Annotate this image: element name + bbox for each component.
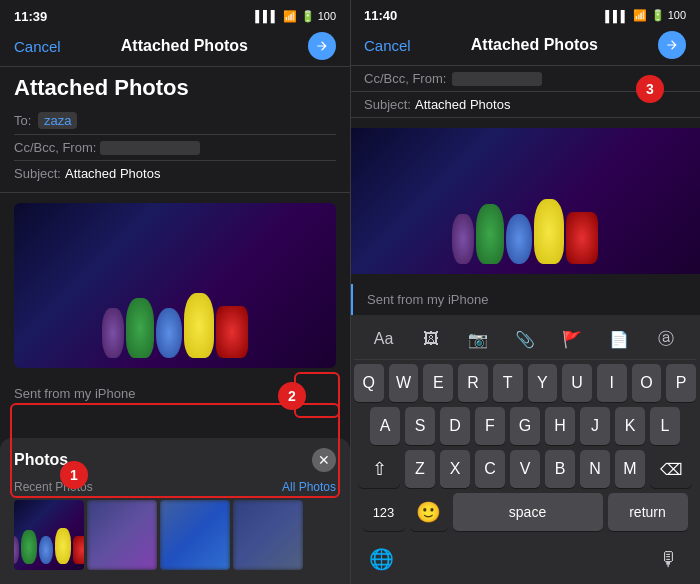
key-s[interactable]: S xyxy=(405,407,435,445)
key-x[interactable]: X xyxy=(440,450,470,488)
wifi-icon-right: 📶 xyxy=(633,9,647,22)
key-i[interactable]: I xyxy=(597,364,627,402)
key-h[interactable]: H xyxy=(545,407,575,445)
key-emoji[interactable]: 🙂 xyxy=(410,493,448,531)
annotation-badge-3: 3 xyxy=(636,75,664,103)
sent-from-right: Sent from my iPhone xyxy=(350,284,700,315)
key-z[interactable]: Z xyxy=(405,450,435,488)
kb-tool-doc[interactable]: 📄 xyxy=(605,325,633,353)
nav-title-right: Attached Photos xyxy=(471,36,598,54)
char-blue-r xyxy=(506,214,532,264)
status-bar-left: 11:39 ▌▌▌ 📶 🔋 100 xyxy=(0,0,350,28)
char-s-blue xyxy=(39,536,53,564)
kb-tool-img[interactable]: 🖼 xyxy=(417,325,445,353)
key-e[interactable]: E xyxy=(423,364,453,402)
key-w[interactable]: W xyxy=(389,364,419,402)
char-s-red xyxy=(73,536,84,564)
send-button-right[interactable] xyxy=(658,31,686,59)
char-yellow-r xyxy=(534,199,564,264)
battery-left: 🔋 100 xyxy=(301,10,336,23)
keyboard-row-1: Q W E R T Y U I O P xyxy=(354,364,696,402)
photo-picker-close-button[interactable]: ✕ xyxy=(312,448,336,472)
photo-picker: Photos ✕ Recent Photos All Photos xyxy=(0,438,350,584)
photo-thumb-3[interactable] xyxy=(160,500,230,570)
key-l[interactable]: L xyxy=(650,407,680,445)
subject-field[interactable]: Subject: Attached Photos xyxy=(14,161,336,186)
nav-bar-left: Cancel Attached Photos xyxy=(0,28,350,67)
subject-value: Attached Photos xyxy=(65,166,160,181)
send-button-left[interactable] xyxy=(308,32,336,60)
kb-tool-at[interactable]: ⓐ xyxy=(652,325,680,353)
key-q[interactable]: Q xyxy=(354,364,384,402)
key-k[interactable]: K xyxy=(615,407,645,445)
char-purple xyxy=(102,308,124,358)
key-m[interactable]: M xyxy=(615,450,645,488)
key-a[interactable]: A xyxy=(370,407,400,445)
battery-right: 🔋 100 xyxy=(651,9,686,22)
char-blue xyxy=(156,308,182,358)
key-v[interactable]: V xyxy=(510,450,540,488)
key-t[interactable]: T xyxy=(493,364,523,402)
cc-label: Cc/Bcc, From: xyxy=(14,140,96,155)
kb-tool-clip[interactable]: 📎 xyxy=(511,325,539,353)
mic-key[interactable]: 🎙 xyxy=(650,540,688,578)
delete-key[interactable]: ⌫ xyxy=(650,450,692,488)
phone-right: 11:40 ▌▌▌ 📶 🔋 100 Cancel Attached Photos… xyxy=(350,0,700,584)
photo-blur-3 xyxy=(233,500,303,570)
key-o[interactable]: O xyxy=(632,364,662,402)
movie-image-left xyxy=(14,203,336,368)
movie-image-right xyxy=(350,128,700,274)
status-icons-right: ▌▌▌ 📶 🔋 100 xyxy=(605,9,686,22)
signal-left: ▌▌▌ xyxy=(255,10,278,22)
keyboard-bottom-extra: 🌐 🎙 xyxy=(354,536,696,580)
char-green xyxy=(126,298,154,358)
key-g[interactable]: G xyxy=(510,407,540,445)
key-c[interactable]: C xyxy=(475,450,505,488)
phone-divider xyxy=(350,0,351,584)
subject-label: Subject: xyxy=(14,166,61,181)
status-bar-right: 11:40 ▌▌▌ 📶 🔋 100 xyxy=(350,0,700,27)
photo-strip xyxy=(0,500,350,584)
globe-key[interactable]: 🌐 xyxy=(362,540,400,578)
subject-label-right: Subject: xyxy=(364,97,411,112)
signal-right: ▌▌▌ xyxy=(605,10,628,22)
photo-thumb-1[interactable] xyxy=(14,500,84,570)
key-b[interactable]: B xyxy=(545,450,575,488)
cancel-button-left[interactable]: Cancel xyxy=(14,38,61,55)
key-return[interactable]: return xyxy=(608,493,688,531)
char-s-yellow xyxy=(55,528,71,564)
kb-tool-aa[interactable]: Aa xyxy=(370,325,398,353)
status-icons-left: ▌▌▌ 📶 🔋 100 xyxy=(255,10,336,23)
to-field[interactable]: To: zaza xyxy=(14,107,336,135)
key-p[interactable]: P xyxy=(666,364,696,402)
key-123[interactable]: 123 xyxy=(363,493,405,531)
cc-value-right xyxy=(452,72,542,86)
key-f[interactable]: F xyxy=(475,407,505,445)
key-r[interactable]: R xyxy=(458,364,488,402)
keyboard: Aa 🖼 📷 📎 🚩 📄 ⓐ Q W E R T Y U I O P A S D… xyxy=(350,315,700,584)
key-d[interactable]: D xyxy=(440,407,470,445)
char-red xyxy=(216,306,248,358)
to-label: To: xyxy=(14,113,34,128)
characters-left xyxy=(14,203,336,368)
keyboard-row-3: ⇧ Z X C V B N M ⌫ xyxy=(354,450,696,488)
char-s-purple xyxy=(14,536,19,564)
key-u[interactable]: U xyxy=(562,364,592,402)
kb-tool-flag[interactable]: 🚩 xyxy=(558,325,586,353)
photo-thumb-4[interactable] xyxy=(233,500,303,570)
annotation-badge-1: 1 xyxy=(60,461,88,489)
photo-thumb-2[interactable] xyxy=(87,500,157,570)
key-y[interactable]: Y xyxy=(528,364,558,402)
all-photos-link[interactable]: All Photos xyxy=(282,480,336,494)
shift-key[interactable]: ⇧ xyxy=(358,450,400,488)
key-space[interactable]: space xyxy=(453,493,603,531)
time-right: 11:40 xyxy=(364,8,397,23)
kb-tool-camera[interactable]: 📷 xyxy=(464,325,492,353)
nav-title-left: Attached Photos xyxy=(121,37,248,55)
key-j[interactable]: J xyxy=(580,407,610,445)
mail-header-left: Attached Photos To: zaza Cc/Bcc, From: S… xyxy=(0,67,350,193)
cancel-button-right[interactable]: Cancel xyxy=(364,37,411,54)
char-purple-r xyxy=(452,214,474,264)
key-n[interactable]: N xyxy=(580,450,610,488)
cc-field[interactable]: Cc/Bcc, From: xyxy=(14,135,336,161)
